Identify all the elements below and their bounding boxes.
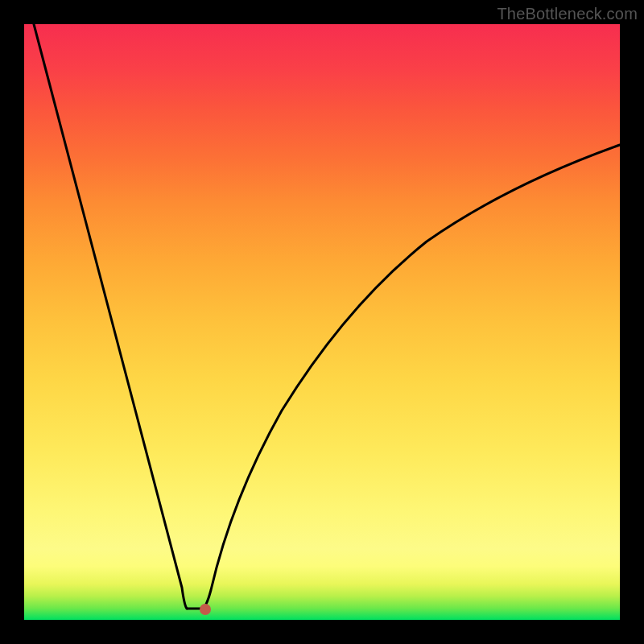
chart-curve-layer [24,24,620,620]
watermark-text: TheBottleneck.com [497,5,638,23]
min-marker [200,604,211,615]
curve-left-branch [34,24,187,609]
chart-frame: TheBottleneck.com [0,0,644,644]
curve-right-branch [203,145,620,609]
